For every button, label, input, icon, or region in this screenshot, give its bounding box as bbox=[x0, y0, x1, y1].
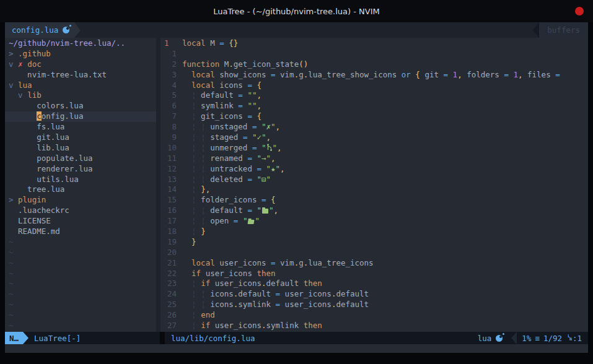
tab-label: config.lua bbox=[12, 25, 58, 35]
code-line[interactable]: 1 bbox=[160, 49, 588, 59]
tree-item[interactable]: config.lua bbox=[5, 111, 156, 122]
tree-item[interactable]: ~ bbox=[5, 289, 156, 300]
code-line[interactable]: 19 } bbox=[160, 237, 588, 248]
tree-item[interactable]: ~ bbox=[5, 279, 156, 289]
code-line[interactable]: 6 ¦ symlink = "", bbox=[160, 101, 588, 111]
token: ¦ bbox=[201, 175, 206, 184]
window-title: LuaTree - (~/github/nvim-tree.lua) - NVI… bbox=[213, 7, 379, 16]
token bbox=[182, 80, 191, 90]
tree-item[interactable]: README.md bbox=[5, 227, 156, 237]
line-number: 1 bbox=[160, 49, 182, 59]
tree-item[interactable]: ~/github/nvim-tree.lua/.. bbox=[5, 38, 156, 49]
tree-item[interactable]: ~ bbox=[5, 248, 156, 258]
token bbox=[182, 321, 191, 330]
code-line[interactable]: 2function M.get_icon_state() bbox=[160, 59, 588, 70]
code-line[interactable]: 10 ¦ ¦ unmerged = "", bbox=[160, 143, 588, 154]
tree-item[interactable]: lib.lua bbox=[5, 143, 156, 154]
code-line[interactable]: 14 ¦ }, bbox=[160, 184, 588, 195]
token: ¦ bbox=[201, 132, 206, 142]
token: = bbox=[247, 175, 252, 184]
tree-item[interactable]: > plugin bbox=[5, 195, 156, 206]
code-line[interactable]: 1local M = {} bbox=[160, 38, 588, 49]
code-line[interactable]: 9 ¦ ¦ staged = "✓", bbox=[160, 132, 588, 143]
token bbox=[196, 132, 201, 142]
tree-item[interactable]: LICENSE bbox=[5, 216, 156, 227]
tree-item[interactable]: renderer.lua bbox=[5, 164, 156, 175]
tree-arrow-icon: v bbox=[18, 90, 27, 100]
code-line[interactable]: 26 ¦ end bbox=[160, 310, 588, 321]
tree-item[interactable]: .luacheckrc bbox=[5, 206, 156, 216]
token: ¦ bbox=[201, 216, 206, 225]
tree-item[interactable]: ~ bbox=[5, 310, 156, 321]
token: . bbox=[229, 59, 234, 69]
code-line[interactable]: 12 ¦ ¦ untracked = "★", bbox=[160, 164, 588, 175]
token: lua bbox=[18, 80, 32, 90]
tree-item[interactable]: utils.lua bbox=[5, 175, 156, 185]
token bbox=[196, 175, 201, 184]
code-line[interactable]: 3 local show_icons = vim.g.lua_tree_show… bbox=[160, 70, 588, 80]
code-line[interactable]: 22 if user_icons then bbox=[160, 269, 588, 279]
code-line[interactable]: 16 ¦ ¦ default = "", bbox=[160, 206, 588, 216]
code-line[interactable]: 11 ¦ ¦ renamed = "→", bbox=[160, 154, 588, 164]
tab-config-lua[interactable]: config.lua bbox=[5, 22, 74, 38]
code-line[interactable]: 21 local user_icons = vim.g.lua_tree_ico… bbox=[160, 258, 588, 269]
token: then bbox=[304, 321, 322, 330]
line-number: 14 bbox=[160, 184, 182, 195]
token: onfig.lua bbox=[42, 111, 84, 121]
code-line[interactable]: 18 ¦ } bbox=[160, 227, 588, 237]
tree-item[interactable]: tree.lua bbox=[5, 184, 156, 195]
token: = bbox=[271, 70, 276, 79]
command-line[interactable] bbox=[5, 344, 588, 353]
code-line[interactable]: 7 ¦ git_icons = { bbox=[160, 111, 588, 122]
tree-item[interactable]: > .github bbox=[5, 49, 156, 59]
code-line[interactable]: 8 ¦ ¦ unstaged = "✗", bbox=[160, 122, 588, 132]
code-line[interactable]: 25 ¦ ¦ icons.symlink = user_icons.defaul… bbox=[160, 300, 588, 310]
token bbox=[9, 175, 37, 184]
window-separator[interactable] bbox=[156, 38, 160, 332]
token: } bbox=[201, 227, 206, 236]
tree-item[interactable]: ~ bbox=[5, 258, 156, 269]
tree-item[interactable]: ~ bbox=[5, 300, 156, 310]
git-branch-icon bbox=[266, 144, 273, 154]
code-line[interactable]: 13 ¦ ¦ deleted = "⊟" bbox=[160, 175, 588, 185]
folder-open-icon bbox=[248, 220, 255, 224]
line-number: 1 bbox=[160, 38, 182, 49]
token bbox=[9, 227, 18, 236]
token: = bbox=[219, 38, 224, 48]
line-number: 12 bbox=[160, 164, 182, 175]
tree-item[interactable]: populate.lua bbox=[5, 154, 156, 164]
line-number: 4 bbox=[160, 80, 182, 91]
token bbox=[182, 289, 191, 298]
code-line[interactable]: 4 local icons = { bbox=[160, 80, 588, 91]
token: = bbox=[444, 70, 449, 79]
token: then bbox=[304, 279, 322, 288]
nvim-window: LuaTree - (~/github/nvim-tree.lua) - NVI… bbox=[0, 0, 593, 364]
token bbox=[196, 279, 201, 288]
tree-item[interactable]: v lib bbox=[5, 90, 156, 101]
token: ~ bbox=[9, 300, 14, 309]
code-line[interactable]: 23 ¦ if user_icons.default then bbox=[160, 279, 588, 289]
token: icons bbox=[206, 300, 234, 309]
tree-arrow-icon: v bbox=[9, 80, 18, 90]
code-line[interactable]: 17 ¦ ¦ open = "" bbox=[160, 216, 588, 227]
token: user_icons bbox=[201, 269, 257, 278]
tree-item[interactable]: ~ bbox=[5, 321, 156, 331]
tree-item[interactable]: ~ bbox=[5, 237, 156, 248]
token: ¦ bbox=[191, 175, 196, 184]
code-line[interactable]: 5 ¦ default = "", bbox=[160, 90, 588, 101]
code-line[interactable]: 27 ¦ if user_icons.symlink then bbox=[160, 321, 588, 331]
tree-item[interactable]: colors.lua bbox=[5, 101, 156, 111]
token: ¦ bbox=[201, 300, 206, 309]
tree-item[interactable]: fs.lua bbox=[5, 122, 156, 132]
tree-item[interactable]: ~ bbox=[5, 269, 156, 279]
code-line[interactable]: 15 ¦ folder_icons = { bbox=[160, 195, 588, 206]
tree-item[interactable]: v lua bbox=[5, 80, 156, 91]
token bbox=[196, 143, 201, 152]
token bbox=[196, 184, 201, 194]
tree-item[interactable]: nvim-tree-lua.txt bbox=[5, 70, 156, 80]
code-line[interactable]: 24 ¦ ¦ icons.default = user_icons.defaul… bbox=[160, 289, 588, 300]
close-button-icon[interactable] bbox=[575, 7, 584, 15]
tree-item[interactable]: v ✗ doc bbox=[5, 59, 156, 70]
tree-item[interactable]: git.lua bbox=[5, 132, 156, 143]
code-line[interactable]: 20 bbox=[160, 248, 588, 258]
